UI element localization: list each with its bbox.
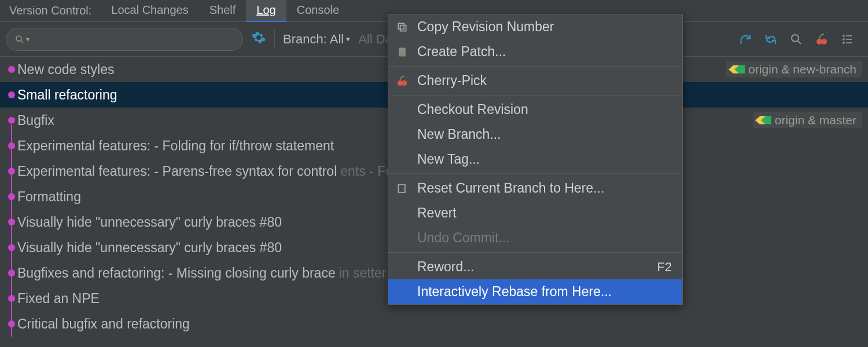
menu-item-reword[interactable]: Reword...F2 — [388, 254, 682, 279]
search-input[interactable] — [33, 32, 234, 46]
reset-icon — [395, 182, 409, 195]
cherry-pick-icon[interactable] — [815, 32, 829, 46]
commit-node-icon — [8, 244, 15, 251]
svg-rect-14 — [398, 23, 404, 29]
commit-node-icon — [8, 117, 15, 124]
toolbar-right-icons — [738, 32, 862, 46]
commit-message: Critical bugfix and refactoring — [17, 316, 190, 332]
dropdown-caret-icon: ▾ — [346, 35, 350, 43]
commit-message: Experimental features: - Parens-free syn… — [17, 164, 337, 179]
branch-tag[interactable]: origin & master — [753, 112, 862, 128]
commit-message: Fixed an NPE — [17, 291, 100, 307]
menu-item-label: Interactively Rebase from Here... — [417, 284, 612, 300]
svg-line-3 — [798, 41, 801, 44]
intellisort-icon[interactable] — [840, 32, 854, 46]
svg-line-1 — [21, 40, 23, 43]
menu-item-label: New Branch... — [417, 127, 501, 142]
tab-log[interactable]: Log — [246, 0, 286, 22]
search-box[interactable]: ▾ — [6, 28, 243, 51]
commit-message: Formatting — [17, 189, 81, 205]
svg-rect-13 — [400, 25, 406, 31]
goto-hash-icon[interactable] — [789, 32, 803, 46]
svg-point-0 — [16, 36, 21, 41]
menu-item-label: Create Patch... — [417, 44, 506, 60]
cherry-icon — [395, 74, 409, 88]
menu-item-undo-commit: Undo Commit... — [388, 226, 682, 250]
tag-icon — [755, 115, 771, 125]
commit-message: Experimental features: - Folding for if/… — [17, 138, 334, 154]
commit-message: New code styles — [17, 62, 114, 77]
vcs-title: Version Control: — [0, 4, 101, 17]
menu-item-label: Checkout Revision — [417, 102, 528, 117]
menu-shortcut: F2 — [657, 260, 672, 275]
branch-tag[interactable]: origin & new-branch — [726, 61, 862, 77]
menu-item-new-tag[interactable]: New Tag... — [388, 147, 682, 172]
commit-node-icon — [8, 66, 15, 73]
menu-item-label: New Tag... — [417, 152, 480, 167]
menu-separator — [388, 66, 682, 67]
gear-icon[interactable] — [251, 30, 266, 48]
menu-item-new-branch[interactable]: New Branch... — [388, 122, 682, 147]
refresh-icon[interactable] — [738, 32, 752, 46]
menu-item-interactively-rebase-from-here[interactable]: Interactively Rebase from Here... — [388, 279, 682, 304]
branch-filter-label: Branch: All — [283, 32, 344, 47]
menu-item-copy-revision-number[interactable]: Copy Revision Number — [388, 14, 682, 39]
menu-item-label: Reword... — [417, 259, 474, 275]
branch-graph-line — [11, 125, 12, 337]
commit-node-icon — [8, 142, 15, 149]
commit-node-icon — [8, 320, 15, 327]
commit-message: Small refactoring — [17, 87, 117, 103]
svg-point-7 — [843, 38, 845, 40]
copy-icon — [395, 20, 409, 34]
svg-point-18 — [402, 80, 407, 86]
commit-node-icon — [8, 219, 15, 226]
menu-separator — [388, 252, 682, 253]
menu-item-reset-current-branch-to-here[interactable]: Reset Current Branch to Here... — [388, 176, 682, 201]
refresh-all-icon[interactable] — [764, 32, 778, 46]
commit-node-icon — [8, 270, 15, 276]
svg-point-6 — [843, 35, 845, 37]
svg-point-8 — [843, 42, 845, 44]
menu-item-label: Cherry-Pick — [417, 73, 487, 88]
menu-item-label: Copy Revision Number — [417, 19, 554, 35]
tab-console[interactable]: Console — [286, 0, 350, 22]
menu-item-label: Reset Current Branch to Here... — [417, 180, 604, 196]
dropdown-caret-icon: ▾ — [26, 35, 30, 43]
menu-item-revert[interactable]: Revert — [388, 201, 682, 226]
branch-tag-label: origin & new-branch — [748, 62, 856, 76]
search-icon — [14, 34, 25, 45]
commit-row[interactable]: Critical bugfix and refactoring — [0, 311, 868, 337]
commit-message: Visually hide "unnecessary" curly braces… — [17, 240, 282, 256]
commit-node-icon — [8, 168, 15, 175]
commit-node-icon — [8, 295, 15, 302]
menu-item-checkout-revision[interactable]: Checkout Revision — [388, 97, 682, 122]
commit-message: Bugfix — [17, 113, 54, 128]
branch-filter[interactable]: Branch: All ▾ — [283, 32, 350, 47]
menu-item-cherry-pick[interactable]: Cherry-Pick — [388, 68, 682, 93]
menu-item-create-patch[interactable]: Create Patch... — [388, 39, 682, 64]
commit-message: Visually hide "unnecessary" curly braces… — [17, 215, 282, 230]
svg-point-2 — [792, 35, 799, 42]
menu-item-label: Undo Commit... — [417, 230, 510, 246]
tab-shelf[interactable]: Shelf — [199, 0, 247, 22]
commit-node-icon — [8, 193, 15, 200]
svg-rect-16 — [400, 53, 404, 55]
tag-icon — [729, 64, 745, 75]
menu-separator — [388, 95, 682, 95]
divider — [274, 29, 275, 49]
tab-local-changes[interactable]: Local Changes — [101, 0, 198, 22]
commit-message: Bugfixes and refactoring: - Missing clos… — [17, 265, 336, 281]
commit-node-icon — [8, 91, 15, 98]
menu-item-label: Revert — [417, 205, 457, 221]
patch-icon — [395, 45, 409, 59]
branch-tag-label: origin & master — [775, 113, 856, 127]
commit-context-menu: Copy Revision NumberCreate Patch...Cherr… — [388, 14, 683, 305]
svg-point-5 — [821, 39, 827, 45]
menu-separator — [388, 174, 682, 174]
